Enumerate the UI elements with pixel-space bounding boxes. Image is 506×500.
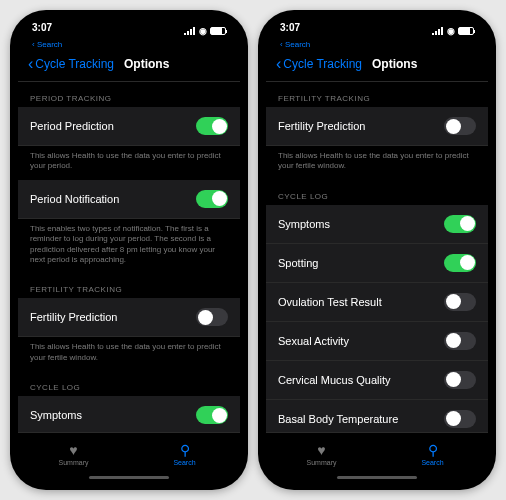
settings-row[interactable]: Period Prediction [18, 107, 240, 146]
section-header: PERIOD TRACKING [18, 82, 240, 107]
notch [79, 18, 179, 36]
section-header: CYCLE LOG [266, 180, 488, 205]
breadcrumb[interactable]: ‹ Search [266, 40, 488, 49]
svg-rect-4 [432, 33, 434, 35]
back-button[interactable]: ‹Cycle Tracking [28, 55, 114, 73]
row-label: Sexual Activity [278, 335, 349, 347]
row-label: Fertility Prediction [30, 311, 117, 323]
status-icons: ◉ [432, 22, 474, 40]
page-title: Options [372, 57, 417, 71]
settings-row[interactable]: Fertility Prediction [18, 298, 240, 337]
wifi-icon: ◉ [447, 26, 455, 36]
settings-row[interactable]: Fertility Prediction [266, 107, 488, 146]
tab-summary[interactable]: ♥Summary [266, 433, 377, 474]
settings-row[interactable]: Basal Body Temperature [266, 400, 488, 432]
row-description: This enables two types of notification. … [18, 219, 240, 274]
tab-search[interactable]: ⚲Search [377, 433, 488, 474]
toggle-switch[interactable] [444, 371, 476, 389]
settings-row[interactable]: Period Notification [18, 180, 240, 219]
toggle-switch[interactable] [196, 406, 228, 424]
row-description: This allows Health to use the data you e… [18, 146, 240, 180]
home-indicator[interactable] [89, 476, 169, 479]
search-icon: ⚲ [428, 442, 438, 458]
tab-bar: ♥Summary ⚲Search [266, 432, 488, 474]
tab-bar: ♥Summary ⚲Search [18, 432, 240, 474]
battery-icon [210, 27, 226, 35]
settings-row[interactable]: Sexual Activity [266, 322, 488, 361]
toggle-switch[interactable] [196, 308, 228, 326]
heart-icon: ♥ [317, 442, 325, 458]
screen: 3:07 ◉ ‹ Search ‹Cycle Tracking Options … [18, 18, 240, 482]
settings-row[interactable]: Spotting [266, 244, 488, 283]
breadcrumb[interactable]: ‹ Search [18, 40, 240, 49]
tab-search[interactable]: ⚲Search [129, 433, 240, 474]
status-icons: ◉ [184, 22, 226, 40]
time: 3:07 [280, 22, 300, 40]
row-label: Period Notification [30, 193, 119, 205]
svg-rect-3 [193, 27, 195, 35]
toggle-switch[interactable] [444, 410, 476, 428]
search-icon: ⚲ [180, 442, 190, 458]
tab-summary[interactable]: ♥Summary [18, 433, 129, 474]
row-description: This allows Health to use the data you e… [18, 337, 240, 371]
toggle-switch[interactable] [196, 117, 228, 135]
toggle-switch[interactable] [444, 293, 476, 311]
back-button[interactable]: ‹Cycle Tracking [276, 55, 362, 73]
row-label: Fertility Prediction [278, 120, 365, 132]
svg-rect-2 [190, 29, 192, 35]
phone-left: 3:07 ◉ ‹ Search ‹Cycle Tracking Options … [10, 10, 248, 490]
settings-list[interactable]: PERIOD TRACKINGPeriod PredictionThis all… [18, 82, 240, 432]
battery-icon [458, 27, 474, 35]
time: 3:07 [32, 22, 52, 40]
section-header: FERTILITY TRACKING [266, 82, 488, 107]
settings-row[interactable]: Ovulation Test Result [266, 283, 488, 322]
home-indicator[interactable] [337, 476, 417, 479]
svg-rect-5 [435, 31, 437, 35]
toggle-switch[interactable] [196, 190, 228, 208]
row-label: Period Prediction [30, 120, 114, 132]
row-label: Cervical Mucus Quality [278, 374, 390, 386]
settings-row[interactable]: Symptoms [266, 205, 488, 244]
nav-bar: ‹Cycle Tracking Options [266, 49, 488, 82]
svg-rect-0 [184, 33, 186, 35]
row-label: Symptoms [30, 409, 82, 421]
page-title: Options [124, 57, 169, 71]
signal-icon [184, 27, 196, 35]
row-label: Basal Body Temperature [278, 413, 398, 425]
svg-rect-6 [438, 29, 440, 35]
wifi-icon: ◉ [199, 26, 207, 36]
toggle-switch[interactable] [444, 117, 476, 135]
svg-rect-1 [187, 31, 189, 35]
row-label: Symptoms [278, 218, 330, 230]
phone-right: 3:07 ◉ ‹ Search ‹Cycle Tracking Options … [258, 10, 496, 490]
svg-rect-7 [441, 27, 443, 35]
toggle-switch[interactable] [444, 215, 476, 233]
settings-row[interactable]: Symptoms [18, 396, 240, 432]
signal-icon [432, 27, 444, 35]
settings-list[interactable]: FERTILITY TRACKINGFertility PredictionTh… [266, 82, 488, 432]
toggle-switch[interactable] [444, 254, 476, 272]
row-label: Spotting [278, 257, 318, 269]
screen: 3:07 ◉ ‹ Search ‹Cycle Tracking Options … [266, 18, 488, 482]
chevron-left-icon: ‹ [276, 55, 281, 73]
nav-bar: ‹Cycle Tracking Options [18, 49, 240, 82]
heart-icon: ♥ [69, 442, 77, 458]
row-label: Ovulation Test Result [278, 296, 382, 308]
section-header: CYCLE LOG [18, 371, 240, 396]
row-description: This allows Health to use the data you e… [266, 146, 488, 180]
section-header: FERTILITY TRACKING [18, 273, 240, 298]
toggle-switch[interactable] [444, 332, 476, 350]
chevron-left-icon: ‹ [28, 55, 33, 73]
settings-row[interactable]: Cervical Mucus Quality [266, 361, 488, 400]
notch [327, 18, 427, 36]
